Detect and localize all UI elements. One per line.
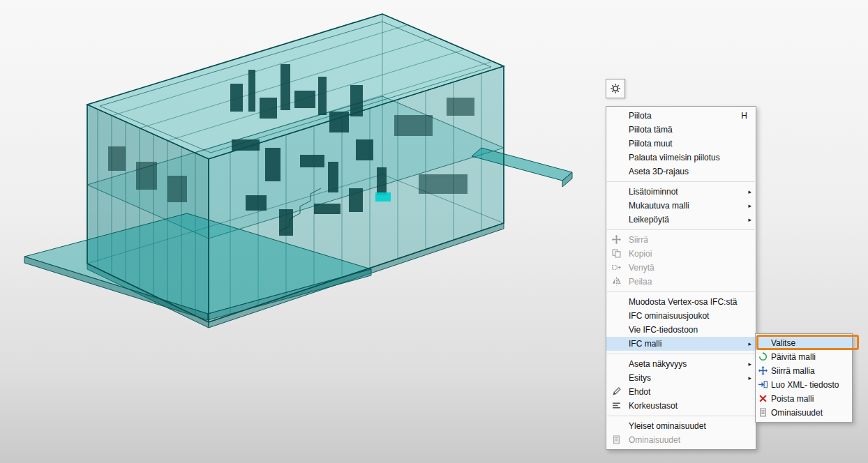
submenu-item-paivita-malli[interactable]: Päivitä malli [756,350,852,364]
menu-item-label: Yleiset ominaisuudet [629,421,706,431]
menu-item-label: Vie IFC-tiedostoon [629,325,698,335]
menu-item-label: Siirrä [629,235,648,245]
mirror-icon [612,277,622,287]
menu-item-vie-ifc-tiedostoon[interactable]: Vie IFC-tiedostoon [606,323,756,337]
submenu-item-ominaisuudet[interactable]: Ominaisuudet [756,406,852,420]
move-icon [612,235,622,245]
submenu-arrow-icon: ▸ [748,213,751,227]
submenu-arrow-icon: ▸ [748,371,751,385]
settings-gear-button[interactable] [606,79,625,98]
stretch-icon [612,263,622,273]
submenu-arrow-icon: ▸ [748,357,751,371]
menu-item-korkeustasot[interactable]: Korkeustasot [606,399,756,413]
menu-item-label: Lisätoiminnot [629,187,678,197]
menu-item-aseta-nakyvyys[interactable]: Aseta näkyvyys ▸ [606,357,756,371]
menu-item-muodosta-vertex-osa-ifc[interactable]: Muodosta Vertex-osa IFC:stä [606,295,756,309]
copy-icon [612,249,622,259]
properties-icon [612,435,622,445]
menu-item-piilota-muut[interactable]: Piilota muut [606,137,756,151]
menu-item-ehdot[interactable]: Ehdot [606,385,756,399]
move-model-icon [758,366,768,376]
menu-item-label: IFC ominaisuusjoukot [629,311,709,321]
xml-file-icon [758,380,768,390]
menu-item-label: Aseta näkyvyys [629,359,687,369]
menu-item-label: Venytä [629,263,654,273]
menu-item-piilota-tama[interactable]: Piilota tämä [606,123,756,137]
menu-item-label: Piilota muut [629,139,673,149]
menu-item-label: Peilaa [629,277,652,287]
menu-item-venyta: Venytä [606,261,756,275]
menu-item-label: Valitse [771,338,795,348]
menu-item-ominaisuudet: Ominaisuudet [606,433,756,447]
submenu-item-poista-malli[interactable]: Poista malli [756,392,852,406]
menu-item-label: Aseta 3D-rajaus [629,167,689,176]
menu-separator [607,354,755,354]
menu-item-label: Leikepöytä [629,215,669,225]
menu-item-leikepoyta[interactable]: Leikepöytä ▸ [606,213,756,227]
menu-item-label: Ominaisuudet [771,408,823,418]
menu-item-mukautuva-malli[interactable]: Mukautuva malli ▸ [606,199,756,213]
menu-item-label: Palauta viimeisin piilotus [629,153,720,162]
menu-item-yleiset-ominaisuudet[interactable]: Yleiset ominaisuudet [606,419,756,433]
menu-item-label: Mukautuva malli [629,201,689,211]
menu-item-lisatoiminnot[interactable]: Lisätoiminnot ▸ [606,185,756,199]
menu-separator [607,416,755,416]
menu-separator [607,291,755,292]
submenu-arrow-icon: ▸ [748,337,751,351]
context-menu: Piilota H Piilota tämä Piilota muut Pala… [606,106,756,450]
menu-item-aseta-3d-rajaus[interactable]: Aseta 3D-rajaus [606,165,756,179]
properties-sheet-icon [758,408,768,418]
gear-icon [610,83,621,94]
ifc-malli-submenu: Valitse Päivitä malli Siirrä mallia Luo … [755,333,853,423]
menu-item-siirra: Siirrä [606,233,756,247]
menu-item-label: Piilota tämä [629,125,673,135]
menu-item-peilaa: Peilaa [606,275,756,289]
menu-item-esitys[interactable]: Esitys ▸ [606,371,756,385]
levels-icon [612,401,622,411]
menu-item-ifc-ominaisuusjoukot[interactable]: IFC ominaisuusjoukot [606,309,756,323]
menu-item-label: Ominaisuudet [629,435,680,445]
menu-separator [607,181,755,182]
menu-item-kopioi: Kopioi [606,247,756,261]
menu-item-label: Luo XML- tiedosto [771,380,839,390]
submenu-arrow-icon: ▸ [748,185,751,199]
delete-icon [758,394,768,404]
menu-item-label: Kopioi [629,249,652,259]
menu-item-label: Poista malli [771,394,814,404]
menu-item-palauta-viimeisin-piilotus[interactable]: Palauta viimeisin piilotus [606,151,756,165]
menu-item-ifc-malli[interactable]: IFC malli ▸ [606,337,756,351]
menu-item-label: IFC malli [629,339,661,349]
menu-item-label: Piilota [629,111,652,121]
menu-item-piilota[interactable]: Piilota H [606,109,756,123]
menu-item-label: Korkeustasot [629,401,678,411]
menu-item-label: Päivitä malli [771,352,816,362]
submenu-item-luo-xml-tiedosto[interactable]: Luo XML- tiedosto [756,378,852,392]
shortcut-label: H [741,109,747,123]
submenu-item-valitse[interactable]: Valitse [756,336,852,350]
menu-item-label: Esitys [629,373,651,383]
menu-item-label: Ehdot [629,387,650,397]
submenu-arrow-icon: ▸ [748,199,751,213]
submenu-item-siirra-mallia[interactable]: Siirrä mallia [756,364,852,378]
menu-item-label: Muodosta Vertex-osa IFC:stä [629,297,737,307]
menu-separator [607,229,755,230]
menu-item-label: Siirrä mallia [771,366,815,376]
refresh-icon [758,352,768,362]
conditions-icon [612,387,622,397]
